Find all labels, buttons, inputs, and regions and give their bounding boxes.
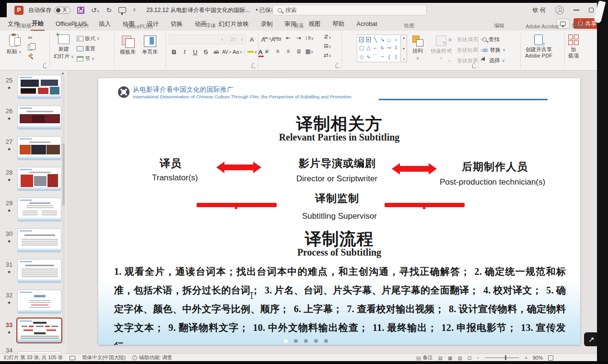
panel-scroll-up-icon[interactable]: ▲: [61, 71, 65, 75]
italic-button[interactable]: I: [180, 47, 189, 57]
normal-view-icon[interactable]: ▤: [438, 355, 443, 361]
align-center-button[interactable]: ≡: [272, 48, 283, 55]
shapes-gallery-scroll[interactable]: ▲▼≡: [401, 35, 407, 62]
font-size-combo[interactable]: 20∨: [228, 35, 246, 44]
shape-elbow-icon[interactable]: ⌐: [374, 45, 377, 51]
shape-brace-right-icon[interactable]: }: [395, 54, 397, 59]
powerpoint-logo-icon[interactable]: P: [14, 6, 23, 15]
shape-triangle-icon[interactable]: △: [366, 45, 370, 51]
find-button[interactable]: 查找: [482, 35, 505, 44]
reading-view-icon[interactable]: ▥: [457, 355, 462, 361]
zoom-level[interactable]: 90%: [533, 355, 543, 361]
drawing-dialog-launcher[interactable]: [472, 64, 476, 68]
shape-arrow-line-icon[interactable]: ↘: [380, 36, 385, 43]
shape-arc-icon[interactable]: ⌒: [373, 53, 378, 60]
zoom-out-icon[interactable]: −: [477, 355, 479, 361]
replace-button[interactable]: ab替换∨: [482, 46, 505, 55]
columns-button[interactable]: ▦∨: [304, 48, 315, 55]
process-paragraph[interactable]: 1.观看全片，通读台词本；找出台词本中的难点，和主创沟通，寻找正确解答；2.确定…: [114, 262, 566, 345]
cut-icon[interactable]: ✂: [28, 35, 34, 41]
panel-scrollbar-thumb[interactable]: [62, 143, 65, 206]
strikethrough-button[interactable]: S: [201, 47, 210, 57]
zoom-slider-thumb[interactable]: [505, 355, 506, 360]
create-pdf-button[interactable]: 创建并共享Adobe PDF: [525, 35, 552, 59]
slide-thumbnail-25[interactable]: [17, 75, 61, 99]
change-case-button[interactable]: Aa∨: [233, 47, 242, 57]
line-spacing-button[interactable]: ↕≡∨: [304, 35, 315, 41]
shape-freeform-icon[interactable]: ◇: [360, 54, 363, 60]
shape-picture-icon[interactable]: ▸: [366, 37, 370, 42]
slide-thumbnail-29[interactable]: [17, 198, 61, 222]
slide-thumbnail-33-selected[interactable]: [17, 318, 61, 342]
text-shadow-button[interactable]: ab: [211, 47, 221, 57]
slide-counter[interactable]: 幻灯片 第 33 张, 共 105 张: [4, 354, 63, 361]
slide-thumbnail-26[interactable]: [17, 106, 61, 129]
slide-thumbnail-28[interactable]: [17, 167, 61, 191]
accessibility-status[interactable]: 辅助功能: 调查: [132, 354, 172, 361]
minimize-button[interactable]: [573, 10, 579, 11]
shape-textbox-icon[interactable]: A: [359, 37, 363, 42]
shape-arrow-right-icon[interactable]: ⇨: [387, 45, 391, 51]
align-text-button[interactable]: ⊞∨: [322, 43, 333, 49]
notes-button[interactable]: 备注: [416, 354, 433, 361]
user-name[interactable]: 钦 何: [533, 6, 546, 14]
fit-to-window-icon[interactable]: [548, 355, 553, 361]
shape-line-icon[interactable]: ╲: [374, 36, 377, 43]
align-left-button[interactable]: ≡: [262, 48, 272, 55]
character-spacing-button[interactable]: AV∨: [222, 47, 232, 57]
new-slide-button[interactable]: 新建幻灯片 ∨: [54, 35, 74, 60]
grow-font-button[interactable]: Aˆ: [248, 35, 257, 44]
slide-thumbnail-30[interactable]: [17, 228, 61, 252]
slide-thumbnail-31[interactable]: [17, 259, 61, 283]
text-direction-button[interactable]: ⇵∨: [322, 34, 333, 40]
reset-button[interactable]: 重置: [77, 45, 100, 52]
shapes-gallery[interactable]: A ▸ ╲ ↘ □ ○ ▢ △ ⌐ ↳ ⇨ ⇩ ◇ ∿ ⌒ ~ { } ▲▼≡: [357, 35, 407, 62]
underline-button[interactable]: U: [190, 47, 200, 57]
slide-sorter-view-icon[interactable]: ▦: [448, 355, 452, 361]
select-button[interactable]: 选择∨: [482, 56, 505, 65]
autosave-control[interactable]: 自动保存 关: [28, 6, 70, 14]
user-avatar[interactable]: [555, 6, 564, 14]
shape-elbow-arrow-icon[interactable]: ↳: [380, 45, 385, 51]
shape-curve-icon[interactable]: ~: [381, 54, 384, 59]
font-dialog-launcher[interactable]: [252, 64, 256, 68]
customize-qat-icon[interactable]: ⊽: [133, 8, 136, 12]
language-indicator[interactable]: 简体中文(中国大陆): [82, 354, 126, 361]
shape-rounded-rect-icon[interactable]: ▢: [359, 45, 364, 51]
font-name-combo[interactable]: ∨: [169, 35, 226, 44]
shape-scribble-icon[interactable]: ∿: [366, 54, 371, 60]
paragraph-dialog-launcher[interactable]: [336, 64, 339, 68]
increase-indent-button[interactable]: ⇥: [293, 35, 304, 41]
decrease-indent-button[interactable]: ⇤: [283, 35, 293, 41]
undo-button[interactable]: ↺∨: [91, 6, 100, 14]
align-right-button[interactable]: ≡: [283, 48, 293, 55]
section-button[interactable]: 节∨: [77, 55, 100, 62]
shape-arrow-down-icon[interactable]: ⇩: [394, 45, 398, 51]
template-library-button[interactable]: 模板库: [120, 35, 136, 56]
start-slideshow-icon[interactable]: [118, 7, 126, 13]
save-icon[interactable]: [77, 7, 84, 14]
paste-button[interactable]: 粘贴 ∨: [7, 35, 22, 55]
addins-button[interactable]: 加载项: [568, 35, 579, 59]
bold-button[interactable]: B: [169, 47, 179, 57]
shape-oval-icon[interactable]: ○: [394, 37, 398, 43]
slideshow-view-icon[interactable]: ⊡: [468, 355, 471, 361]
zoom-in-icon[interactable]: +: [525, 355, 527, 361]
maximize-button[interactable]: [589, 8, 594, 12]
autosave-toggle[interactable]: 关: [54, 7, 70, 14]
display-settings-icon[interactable]: [70, 356, 75, 360]
shape-rectangle-icon[interactable]: □: [387, 37, 391, 43]
current-slide[interactable]: 从电影译介看中国文化的国际推广 International Disseminat…: [98, 78, 580, 345]
copy-icon[interactable]: [28, 45, 33, 50]
search-input[interactable]: 搜索: [272, 5, 427, 15]
clipboard-dialog-launcher[interactable]: [43, 64, 47, 68]
arrange-button[interactable]: 排列∨: [412, 35, 423, 60]
shape-brace-left-icon[interactable]: {: [388, 54, 390, 59]
justify-button[interactable]: ≣: [293, 48, 304, 55]
panel-scrollbar[interactable]: [62, 76, 65, 345]
slide-thumbnail-27[interactable]: [17, 136, 61, 160]
numbering-button[interactable]: ≕∨: [272, 35, 283, 41]
slide-thumbnail-32[interactable]: [17, 290, 61, 314]
bullets-button[interactable]: ≔∨: [262, 35, 272, 41]
format-painter-icon[interactable]: [28, 54, 34, 59]
